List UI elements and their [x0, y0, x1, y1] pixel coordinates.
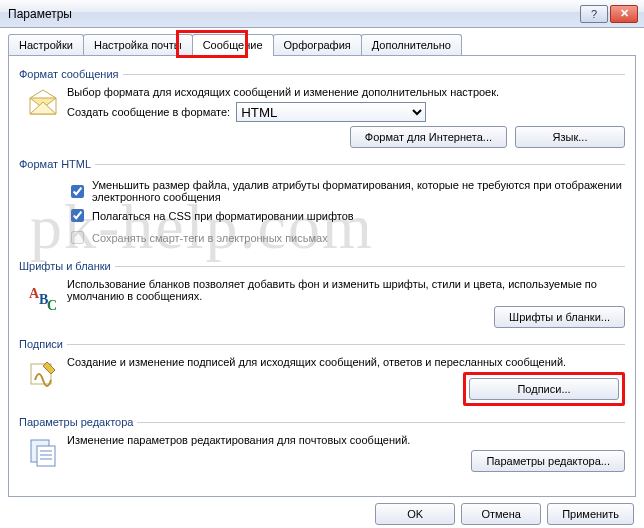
titlebar: Параметры ? ✕	[0, 0, 644, 28]
ok-button[interactable]: OK	[375, 503, 455, 525]
chk-css-fonts[interactable]: Полагаться на CSS при форматировании шри…	[67, 206, 625, 225]
tab-panel: Формат сообщения Выбор формата для исход…	[8, 55, 636, 497]
group-editor-options: Параметры редактора Изменение параметров…	[19, 416, 625, 474]
chk-css-fonts-label: Полагаться на CSS при форматировании шри…	[92, 210, 354, 222]
tab-spelling[interactable]: Орфография	[273, 34, 362, 55]
chk-smart-tags-label: Сохранять смарт-теги в электронных письм…	[92, 232, 328, 244]
legend-message-format: Формат сообщения	[19, 68, 123, 80]
message-format-desc: Выбор формата для исходящих сообщений и …	[67, 86, 625, 98]
abc-icon: ABC	[19, 278, 67, 328]
chk-reduce-size-input[interactable]	[71, 185, 84, 198]
editor-options-button[interactable]: Параметры редактора...	[471, 450, 625, 472]
group-html-format: Формат HTML Уменьшить размер файла, удал…	[19, 158, 625, 252]
internet-format-button[interactable]: Формат для Интернета...	[350, 126, 507, 148]
svg-text:C: C	[47, 298, 57, 312]
legend-fonts-stationery: Шрифты и бланки	[19, 260, 115, 272]
chk-css-fonts-input[interactable]	[71, 209, 84, 222]
legend-html-format: Формат HTML	[19, 158, 95, 170]
envelope-icon	[19, 86, 67, 148]
window-title: Параметры	[8, 7, 578, 21]
dialog-buttons: OK Отмена Применить	[0, 503, 644, 528]
svg-rect-8	[37, 446, 55, 466]
tabstrip: Настройки Настройка почты Сообщение Орфо…	[0, 28, 644, 55]
tab-advanced[interactable]: Дополнительно	[361, 34, 462, 55]
legend-editor-options: Параметры редактора	[19, 416, 137, 428]
cancel-button[interactable]: Отмена	[461, 503, 541, 525]
legend-signatures: Подписи	[19, 338, 67, 350]
chk-reduce-size[interactable]: Уменьшить размер файла, удалив атрибуты …	[67, 179, 625, 203]
tab-mail-setup[interactable]: Настройка почты	[83, 34, 193, 55]
chk-reduce-size-label: Уменьшить размер файла, удалив атрибуты …	[92, 179, 625, 203]
editor-icon	[19, 434, 67, 472]
tab-settings[interactable]: Настройки	[8, 34, 84, 55]
close-button[interactable]: ✕	[610, 5, 638, 23]
signatures-button[interactable]: Подписи...	[469, 378, 619, 400]
fonts-stationery-button[interactable]: Шрифты и бланки...	[494, 306, 625, 328]
language-button[interactable]: Язык...	[515, 126, 625, 148]
group-signatures: Подписи Создание и изменение подписей дл…	[19, 338, 625, 408]
apply-button[interactable]: Применить	[547, 503, 634, 525]
compose-format-label: Создать сообщение в формате:	[67, 106, 230, 118]
tab-message[interactable]: Сообщение	[192, 34, 274, 56]
fonts-desc: Использование бланков позволяет добавить…	[67, 278, 625, 302]
chk-smart-tags-input	[71, 231, 84, 244]
chk-smart-tags: Сохранять смарт-теги в электронных письм…	[67, 228, 625, 247]
signature-icon	[19, 356, 67, 406]
highlight-signatures-button: Подписи...	[463, 372, 625, 406]
editor-desc: Изменение параметров редактирования для …	[67, 434, 625, 446]
group-fonts-stationery: Шрифты и бланки ABC Использование бланко…	[19, 260, 625, 330]
compose-format-select[interactable]: HTML	[236, 102, 426, 122]
signatures-desc: Создание и изменение подписей для исходя…	[67, 356, 625, 368]
help-button[interactable]: ?	[580, 5, 608, 23]
group-message-format: Формат сообщения Выбор формата для исход…	[19, 68, 625, 150]
